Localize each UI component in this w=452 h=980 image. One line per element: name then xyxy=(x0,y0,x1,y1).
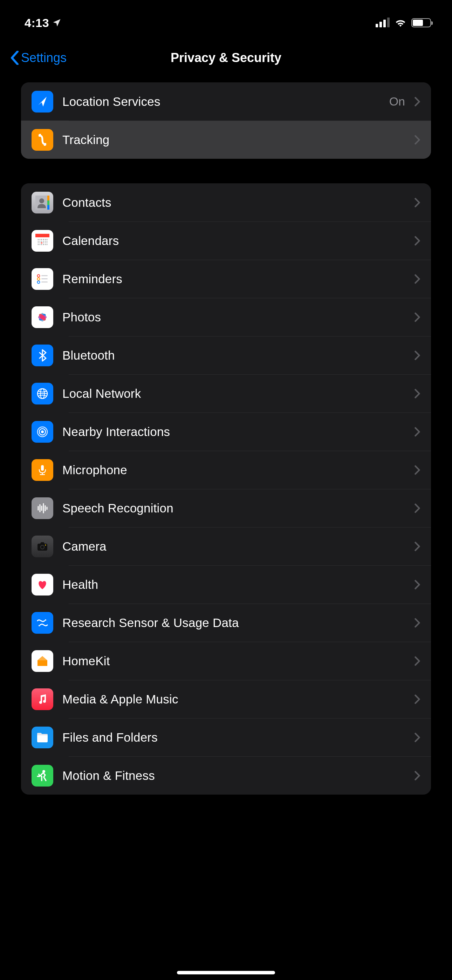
nearby-icon xyxy=(32,421,53,443)
row-detail: On xyxy=(389,95,405,108)
chevron-right-icon xyxy=(414,694,420,704)
page-title: Privacy & Security xyxy=(170,51,282,65)
status-right xyxy=(376,18,431,27)
settings-row-homekit[interactable]: HomeKit xyxy=(21,642,431,680)
cellular-signal-icon xyxy=(376,18,390,27)
row-label: Microphone xyxy=(62,463,405,477)
reminders-icon xyxy=(32,268,53,290)
bluetooth-icon xyxy=(32,345,53,366)
chevron-right-icon xyxy=(414,465,420,475)
row-label: HomeKit xyxy=(62,654,405,668)
research-icon xyxy=(32,612,53,634)
tracking-icon xyxy=(32,129,53,151)
calendar-icon xyxy=(32,230,53,252)
row-label: Reminders xyxy=(62,272,405,286)
chevron-right-icon xyxy=(414,97,420,107)
row-label: Media & Apple Music xyxy=(62,692,405,706)
row-label: Camera xyxy=(62,539,405,554)
chevron-right-icon xyxy=(414,656,420,666)
row-label: Location Services xyxy=(62,95,380,109)
heart-icon xyxy=(32,574,53,595)
navigation-bar: Settings Privacy & Security xyxy=(0,38,452,77)
chevron-right-icon xyxy=(414,274,420,284)
chevron-right-icon xyxy=(414,198,420,207)
settings-row-nearby-interactions[interactable]: Nearby Interactions xyxy=(21,412,431,451)
photos-icon xyxy=(32,306,53,328)
row-label: Contacts xyxy=(62,196,405,210)
row-label: Nearby Interactions xyxy=(62,425,405,439)
contacts-icon xyxy=(32,192,53,213)
home-indicator[interactable] xyxy=(177,971,275,974)
settings-row-motion-fitness[interactable]: Motion & Fitness xyxy=(21,756,431,795)
settings-row-speech-recognition[interactable]: Speech Recognition xyxy=(21,489,431,527)
chevron-right-icon xyxy=(414,618,420,628)
back-button[interactable]: Settings xyxy=(11,51,67,65)
settings-row-files-and-folders[interactable]: Files and Folders xyxy=(21,718,431,756)
settings-row-reminders[interactable]: Reminders xyxy=(21,260,431,298)
status-left: 4:13 xyxy=(24,16,62,30)
music-icon xyxy=(32,688,53,710)
settings-row-local-network[interactable]: Local Network xyxy=(21,374,431,412)
settings-group-1: Location ServicesOnTracking xyxy=(21,83,431,159)
mic-icon xyxy=(32,459,53,481)
row-label: Speech Recognition xyxy=(62,501,405,515)
chevron-right-icon xyxy=(414,771,420,781)
row-label: Health xyxy=(62,578,405,592)
row-label: Calendars xyxy=(62,234,405,248)
settings-row-research-sensor-usage-data[interactable]: Research Sensor & Usage Data xyxy=(21,604,431,642)
settings-row-photos[interactable]: Photos xyxy=(21,298,431,336)
fitness-icon xyxy=(32,765,53,786)
chevron-right-icon xyxy=(414,312,420,322)
folder-icon xyxy=(32,727,53,748)
chevron-right-icon xyxy=(414,350,420,360)
chevron-right-icon xyxy=(414,236,420,246)
chevron-right-icon xyxy=(414,580,420,590)
row-label: Photos xyxy=(62,310,405,324)
home-icon xyxy=(32,650,53,672)
chevron-right-icon xyxy=(414,541,420,551)
waveform-icon xyxy=(32,497,53,519)
settings-row-tracking[interactable]: Tracking xyxy=(21,121,431,159)
settings-row-contacts[interactable]: Contacts xyxy=(21,183,431,221)
row-label: Bluetooth xyxy=(62,348,405,363)
chevron-right-icon xyxy=(414,427,420,437)
wifi-icon xyxy=(395,18,406,27)
globe-icon xyxy=(32,383,53,404)
row-label: Local Network xyxy=(62,387,405,401)
battery-icon xyxy=(411,18,431,27)
settings-group-2: ContactsCalendarsRemindersPhotosBluetoot… xyxy=(21,183,431,795)
chevron-right-icon xyxy=(414,135,420,145)
row-label: Files and Folders xyxy=(62,730,405,745)
chevron-right-icon xyxy=(414,389,420,399)
row-label: Research Sensor & Usage Data xyxy=(62,616,405,630)
camera-icon xyxy=(32,536,53,557)
settings-row-location-services[interactable]: Location ServicesOn xyxy=(21,83,431,121)
chevron-left-icon xyxy=(11,51,19,65)
chevron-right-icon xyxy=(414,733,420,742)
row-label: Tracking xyxy=(62,133,405,147)
settings-row-camera[interactable]: Camera xyxy=(21,527,431,565)
settings-row-microphone[interactable]: Microphone xyxy=(21,451,431,489)
settings-row-health[interactable]: Health xyxy=(21,565,431,604)
settings-row-bluetooth[interactable]: Bluetooth xyxy=(21,336,431,374)
status-bar: 4:13 xyxy=(0,0,452,38)
back-label: Settings xyxy=(21,51,67,65)
row-label: Motion & Fitness xyxy=(62,768,405,783)
status-time: 4:13 xyxy=(24,16,49,30)
settings-row-media-apple-music[interactable]: Media & Apple Music xyxy=(21,680,431,718)
settings-row-calendars[interactable]: Calendars xyxy=(21,221,431,260)
location-arrow-icon xyxy=(32,91,53,113)
location-indicator-icon xyxy=(52,18,62,28)
chevron-right-icon xyxy=(414,503,420,513)
